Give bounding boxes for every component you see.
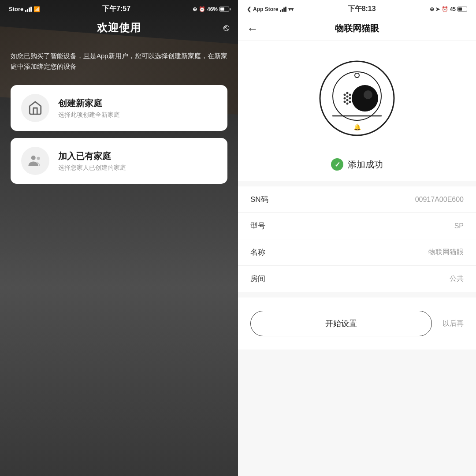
welcome-description: 如您已购买了智能设备，且是App新用户，您可以选择创建新家庭，在新家庭中添加绑定… xyxy=(0,44,238,85)
device-illustration: 🔔 xyxy=(317,59,397,138)
svg-point-7 xyxy=(344,101,346,103)
svg-point-9 xyxy=(346,96,349,98)
model-label: 型号 xyxy=(250,221,265,231)
logout-icon[interactable]: ⎋ xyxy=(223,22,229,33)
model-value: SP xyxy=(454,222,464,230)
sn-row: SN码 00917A00E600 xyxy=(238,186,476,213)
option-cards: 创建新家庭 选择此项创建全新家庭 加入已有家庭 选择您家人已创建的家庭 xyxy=(0,85,238,184)
device-info-list: SN码 00917A00E600 型号 SP 名称 物联网猫眼 房间 公共 xyxy=(238,186,476,292)
right-status-bar: ❮ App Store ▾▾ 下午8:13 ⊕ ➤ ⏰ 45 xyxy=(238,0,476,16)
svg-point-15 xyxy=(352,85,378,112)
home-icon xyxy=(28,100,43,115)
svg-point-1 xyxy=(37,157,40,160)
right-page-title: 物联网猫眼 xyxy=(335,22,379,34)
create-home-text: 创建新家庭 选择此项创建全新家庭 xyxy=(58,97,120,119)
create-home-card[interactable]: 创建新家庭 选择此项创建全新家庭 xyxy=(11,85,227,131)
join-home-card[interactable]: 加入已有家庭 选择您家人已创建的家庭 xyxy=(11,138,227,184)
model-row: 型号 SP xyxy=(238,213,476,239)
app-store-label: App Store xyxy=(253,6,278,12)
right-wifi-icon: ▾▾ xyxy=(288,6,294,12)
svg-text:🔔: 🔔 xyxy=(353,123,361,131)
svg-point-16 xyxy=(364,90,372,99)
svg-point-13 xyxy=(349,97,351,100)
svg-point-6 xyxy=(344,97,346,100)
left-header: 欢迎使用 ⎋ xyxy=(0,16,238,44)
create-home-subtitle: 选择此项创建全新家庭 xyxy=(58,111,120,119)
name-row: 名称 物联网猫眼 xyxy=(238,239,476,266)
success-area: ✓ 添加成功 xyxy=(238,151,476,181)
left-status-bar: Store 📶 下午7:57 ⊕ ⏰ 46% xyxy=(0,0,238,16)
right-panel: ❮ App Store ▾▾ 下午8:13 ⊕ ➤ ⏰ 45 ← 物联网猫眼 xyxy=(238,0,476,476)
create-home-icon-circle xyxy=(21,94,49,122)
alarm-icon: ⏰ xyxy=(199,6,205,12)
name-value: 物联网猫眼 xyxy=(428,248,464,257)
svg-point-4 xyxy=(355,73,359,78)
room-label: 房间 xyxy=(250,274,265,284)
svg-point-10 xyxy=(346,99,349,101)
right-time: 下午8:13 xyxy=(348,4,376,14)
page-title: 欢迎使用 xyxy=(97,21,141,35)
room-row: 房间 公共 xyxy=(238,266,476,292)
join-home-text: 加入已有家庭 选择您家人已创建的家庭 xyxy=(58,150,126,172)
left-time: 下午7:57 xyxy=(102,4,130,14)
start-setup-button[interactable]: 开始设置 xyxy=(250,311,432,336)
sn-value: 00917A00E600 xyxy=(415,196,464,204)
svg-point-14 xyxy=(349,101,351,103)
bottom-actions: 开始设置 以后再 xyxy=(238,298,476,350)
left-panel: Store 📶 下午7:57 ⊕ ⏰ 46% 欢迎使用 ⎋ 如您已购买了智能设备… xyxy=(0,0,238,476)
sn-label: SN码 xyxy=(250,194,268,205)
svg-point-0 xyxy=(31,156,36,160)
right-icons: ⊕ ➤ ⏰ xyxy=(430,6,448,12)
later-button[interactable]: 以后再 xyxy=(443,319,464,328)
svg-point-8 xyxy=(346,92,349,94)
right-status-left: ❮ App Store ▾▾ xyxy=(247,6,294,12)
create-home-title: 创建新家庭 xyxy=(58,97,120,109)
signal-icon xyxy=(25,7,32,12)
join-home-subtitle: 选择您家人已创建的家庭 xyxy=(58,164,126,172)
svg-point-5 xyxy=(344,94,346,96)
right-nav-bar: ← 物联网猫眼 xyxy=(238,16,476,41)
join-home-icon-circle xyxy=(21,147,49,175)
room-value: 公共 xyxy=(450,274,464,283)
success-message: 添加成功 xyxy=(348,159,383,171)
wifi-icon: 📶 xyxy=(33,6,40,12)
right-signal-icon xyxy=(280,7,286,12)
svg-point-12 xyxy=(349,94,351,96)
battery-icon xyxy=(219,7,229,11)
right-battery-num: 45 xyxy=(450,6,456,12)
people-icon xyxy=(28,153,43,168)
appstore-back-icon: ❮ xyxy=(247,6,251,12)
battery-percent: 46% xyxy=(207,6,218,12)
name-label: 名称 xyxy=(250,247,265,257)
screen-record-icon: ⊕ xyxy=(193,6,197,12)
device-image-area: 🔔 xyxy=(238,41,476,151)
left-carrier: Store 📶 xyxy=(9,6,40,12)
join-home-title: 加入已有家庭 xyxy=(58,150,126,162)
right-battery-icon xyxy=(457,7,467,11)
svg-point-11 xyxy=(346,103,349,105)
left-battery-area: ⊕ ⏰ 46% xyxy=(193,6,229,12)
back-button[interactable]: ← xyxy=(247,23,258,34)
success-check-icon: ✓ xyxy=(331,158,343,171)
right-battery-area: ⊕ ➤ ⏰ 45 xyxy=(430,6,467,12)
